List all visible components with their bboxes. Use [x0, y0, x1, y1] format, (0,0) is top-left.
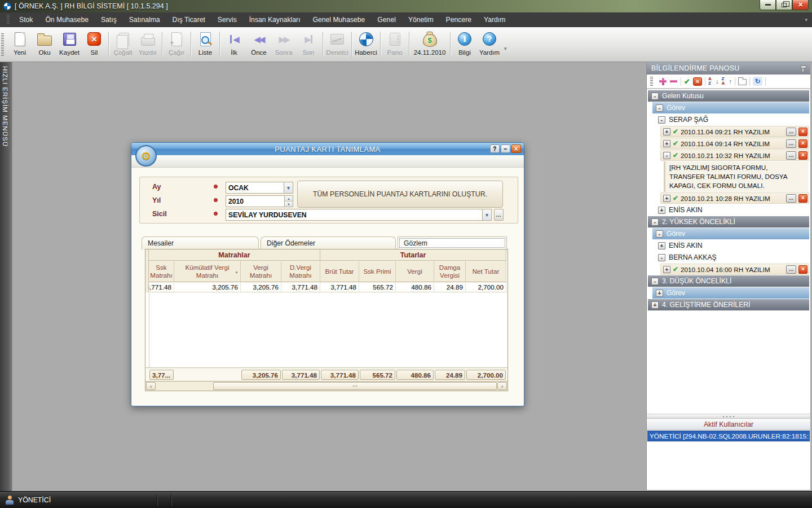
- grid-cell[interactable]: 3,205.76: [174, 282, 241, 292]
- message-item[interactable]: + 2010.11.04 09:21 RH YAZILIM: [660, 126, 809, 137]
- expand-icon[interactable]: -: [658, 116, 665, 124]
- column-header[interactable]: Vergi: [396, 261, 434, 282]
- help-button[interactable]: Yardım: [477, 28, 502, 60]
- grid-cell[interactable]: 565.72: [359, 282, 396, 292]
- first-button[interactable]: İlk: [222, 28, 246, 60]
- tree-person[interactable]: - BERNA AKKAŞ: [648, 252, 809, 263]
- menu-yonetim[interactable]: Yönetim: [402, 14, 440, 26]
- combo-arrow-icon[interactable]: [284, 182, 293, 193]
- create-all-cards-button[interactable]: TÜM PERSONELİN PUANTAJ KARTLARINI OLUŞTU…: [297, 181, 503, 208]
- grid-cell[interactable]: 3,771.48: [281, 282, 320, 292]
- auditor-button[interactable]: Denetci: [325, 28, 350, 60]
- open-button[interactable]: Oku: [32, 28, 57, 60]
- info-button[interactable]: Bilgi: [452, 28, 477, 60]
- expand-icon[interactable]: -: [658, 254, 665, 261]
- column-header[interactable]: Brüt Tutar: [320, 261, 359, 282]
- scroll-right-icon[interactable]: [497, 382, 507, 390]
- tree-person[interactable]: + ENİS AKIN: [648, 240, 809, 251]
- more-button[interactable]: [786, 128, 796, 136]
- message-item[interactable]: + 2010.10.04 16:00 RH YAZILIM: [660, 264, 809, 275]
- grid-cell[interactable]: 24.89: [434, 282, 466, 292]
- grid-cell[interactable]: 2,700.00: [466, 282, 506, 292]
- board-button[interactable]: Pano: [382, 28, 407, 60]
- month-select[interactable]: OCAK: [226, 182, 293, 194]
- menu-insan-kaynaklari[interactable]: İnsan Kaynakları: [243, 14, 307, 26]
- year-spinner[interactable]: 2010: [226, 195, 293, 207]
- expand-icon[interactable]: +: [663, 195, 670, 202]
- message-item-expanded[interactable]: - 2010.10.21 10:32 RH YAZILIM: [660, 150, 809, 161]
- new-button[interactable]: Yeni: [7, 28, 32, 60]
- menu-pencere[interactable]: Pencere: [440, 14, 478, 26]
- dialog-titlebar[interactable]: PUANTAJ KARTI TANIMLAMA: [131, 143, 524, 155]
- more-button[interactable]: [786, 139, 796, 148]
- more-button[interactable]: [786, 151, 796, 160]
- tree-group-gorev[interactable]: - Görev: [652, 102, 809, 113]
- menu-dis-ticaret[interactable]: Dış Ticaret: [166, 14, 211, 26]
- sort-az-icon[interactable]: AZ: [708, 77, 714, 86]
- delete-message-button[interactable]: [798, 194, 807, 203]
- grid-cell[interactable]: 3,771.48: [320, 282, 359, 292]
- column-header-sorted[interactable]: Kümülatif Vergi Matrahı: [174, 261, 241, 282]
- expand-icon[interactable]: -: [656, 104, 663, 112]
- dialog-minimize-button[interactable]: [501, 144, 510, 153]
- expand-icon[interactable]: +: [663, 140, 670, 147]
- scrollbar-thumb[interactable]: [213, 382, 497, 390]
- sort-za-icon[interactable]: ZA: [721, 77, 727, 86]
- folder-icon[interactable]: [738, 79, 747, 85]
- refresh-icon[interactable]: [753, 77, 762, 86]
- tab-diger-odemeler[interactable]: Diğer Ödemeler: [261, 237, 396, 249]
- expand-icon[interactable]: -: [651, 93, 659, 100]
- menu-servis[interactable]: Servis: [211, 14, 243, 26]
- delete-message-button[interactable]: [798, 151, 807, 160]
- delete-message-button[interactable]: [798, 139, 807, 148]
- more-button[interactable]: [786, 194, 796, 203]
- date-button[interactable]: 24.11.2010: [411, 28, 448, 60]
- menu-satis[interactable]: Satış: [95, 14, 123, 26]
- menu-genel[interactable]: Genel: [371, 14, 402, 26]
- expand-icon[interactable]: -: [651, 278, 659, 285]
- menu-satinalma[interactable]: Satınalma: [123, 14, 166, 26]
- close-button[interactable]: [792, 0, 809, 10]
- tree-group-gorev[interactable]: - Görev: [652, 228, 809, 239]
- column-header[interactable]: Net Tutar: [466, 261, 506, 282]
- spinner-buttons[interactable]: [284, 196, 293, 207]
- dialog-close-button[interactable]: [511, 144, 521, 153]
- tree-person[interactable]: + ENİS AKIN: [648, 204, 809, 216]
- tree-section-suggestions[interactable]: + 4. GELİŞTİRME ÖNERİLERİ: [648, 299, 809, 310]
- column-header[interactable]: Damga Vergisi: [434, 261, 466, 282]
- column-header[interactable]: Vergi Matrahı: [241, 261, 281, 282]
- grid-cell[interactable]: 3,771.48: [149, 282, 174, 292]
- expand-icon[interactable]: +: [651, 301, 659, 309]
- expand-icon[interactable]: -: [651, 218, 659, 226]
- messenger-button[interactable]: Haberci: [354, 28, 378, 60]
- combo-arrow-icon[interactable]: [482, 209, 491, 220]
- horizontal-scrollbar[interactable]: [145, 381, 508, 391]
- pin-icon[interactable]: [800, 65, 806, 72]
- panel-splitter[interactable]: [647, 414, 810, 419]
- last-button[interactable]: Son: [296, 28, 321, 60]
- tab-mesailer[interactable]: Mesailer: [142, 237, 259, 249]
- delete-icon[interactable]: [693, 77, 702, 86]
- column-header[interactable]: Ssk Matrahı: [149, 261, 174, 282]
- menu-on-muhasebe[interactable]: Ön Muhasebe: [39, 14, 95, 26]
- tree-section-high-priority[interactable]: - 2. YÜKSEK ÖNCELİKLİ: [648, 216, 809, 227]
- chevron-down-icon[interactable]: ▾: [504, 46, 507, 51]
- active-user-row[interactable]: YÖNETİCİ [294.NB-02.SQL2008.URUNLER:82:1…: [647, 431, 810, 441]
- group-header-tutarlar[interactable]: Tutarlar: [320, 249, 506, 261]
- collapse-icon[interactable]: -: [663, 152, 670, 159]
- tab-gozlem[interactable]: Gözlem: [398, 237, 507, 249]
- expand-icon[interactable]: +: [663, 266, 670, 273]
- tree-group-gorev[interactable]: + Görev: [652, 287, 809, 299]
- delete-message-button[interactable]: [798, 128, 807, 136]
- grid-cell[interactable]: 480.86: [396, 282, 434, 292]
- column-header[interactable]: D.Vergi Matrahı: [281, 261, 320, 282]
- previous-button[interactable]: Önce: [246, 28, 271, 60]
- tree-section-low-priority[interactable]: - 3. DÜŞÜK ÖNCELİKLİ: [648, 275, 809, 287]
- expand-icon[interactable]: +: [658, 207, 665, 214]
- menu-genel-muhasebe[interactable]: Genel Muhasebe: [307, 14, 372, 26]
- employee-browse-button[interactable]: [494, 209, 504, 221]
- add-icon[interactable]: [659, 77, 667, 85]
- remove-icon[interactable]: [670, 77, 678, 85]
- delete-button[interactable]: Sil: [82, 28, 107, 60]
- duplicate-button[interactable]: Çoğalt: [111, 28, 135, 60]
